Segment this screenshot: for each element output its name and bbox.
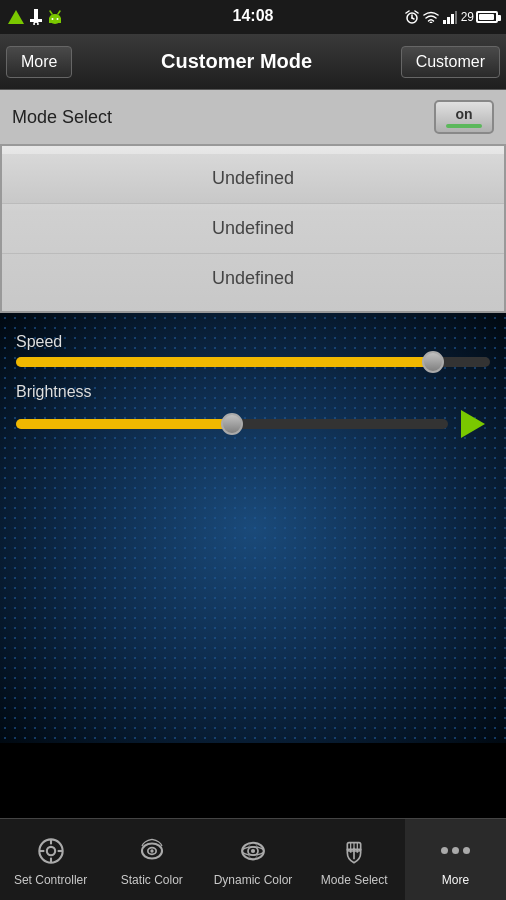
battery-section: 29 — [461, 10, 498, 24]
battery-level: 29 — [461, 10, 474, 24]
sliders-section: Speed Brightness — [0, 313, 506, 441]
svg-point-15 — [429, 22, 432, 24]
alarm-icon — [405, 10, 419, 24]
svg-point-3 — [34, 22, 38, 25]
customer-button[interactable]: Customer — [401, 46, 500, 78]
svg-rect-18 — [451, 14, 454, 24]
brightness-slider-fill — [16, 419, 232, 429]
status-bar: 14:08 29 — [0, 0, 506, 34]
page-title: Customer Mode — [72, 50, 400, 73]
mode-select-label: Mode Select — [12, 107, 112, 128]
nav-label-mode-select: Mode Select — [321, 873, 388, 887]
nav-label-more: More — [442, 873, 469, 887]
bottom-nav-bar: Set Controller Static Color Dynamic Colo… — [0, 818, 506, 900]
brightness-slider-track[interactable] — [16, 419, 448, 429]
svg-rect-5 — [49, 18, 61, 23]
svg-rect-19 — [455, 11, 457, 24]
nav-item-dynamic-color[interactable]: Dynamic Color — [202, 819, 303, 900]
set-controller-icon — [33, 833, 69, 869]
svg-rect-17 — [447, 17, 450, 24]
svg-line-13 — [406, 11, 409, 13]
more-dots-icon — [437, 833, 473, 869]
mode-select-icon — [336, 833, 372, 869]
dropdown-list: Undefined Undefined Undefined — [0, 144, 506, 313]
speed-slider-row — [16, 357, 490, 367]
speed-slider-thumb[interactable] — [422, 351, 444, 373]
svg-rect-16 — [443, 20, 446, 24]
wifi-icon — [423, 11, 439, 23]
nav-item-set-controller[interactable]: Set Controller — [0, 819, 101, 900]
main-content-area: Speed Brightness — [0, 313, 506, 743]
dot2 — [452, 847, 459, 854]
android-icon — [48, 9, 62, 25]
toggle-indicator — [446, 124, 482, 128]
svg-line-12 — [412, 18, 414, 19]
speed-slider-section: Speed — [16, 333, 490, 367]
nav-item-more[interactable]: More — [405, 819, 506, 900]
svg-point-31 — [251, 848, 255, 852]
play-button[interactable] — [456, 407, 490, 441]
nav-item-mode-select[interactable]: Mode Select — [304, 819, 405, 900]
battery-icon — [476, 11, 498, 23]
svg-point-21 — [46, 846, 54, 854]
dropdown-item[interactable]: Undefined — [2, 204, 504, 254]
nav-item-static-color[interactable]: Static Color — [101, 819, 202, 900]
dropdown-item[interactable]: Undefined — [2, 254, 504, 303]
toggle-label: on — [455, 106, 472, 122]
speed-slider-track[interactable] — [16, 357, 490, 367]
top-nav-bar: More Customer Mode Customer — [0, 34, 506, 90]
toggle-button[interactable]: on — [434, 100, 494, 134]
nav-label-dynamic-color: Dynamic Color — [214, 873, 293, 887]
mode-select-header: Mode Select on — [0, 90, 506, 144]
play-triangle-icon — [461, 410, 485, 438]
brightness-label: Brightness — [16, 383, 490, 401]
brightness-slider-row — [16, 407, 490, 441]
status-left-icons — [8, 9, 62, 25]
nav-label-static-color: Static Color — [121, 873, 183, 887]
svg-rect-1 — [34, 9, 38, 19]
status-time: 14:08 — [233, 7, 274, 25]
dot1 — [441, 847, 448, 854]
speed-slider-fill — [16, 357, 433, 367]
dynamic-color-icon — [235, 833, 271, 869]
svg-point-28 — [150, 849, 153, 852]
usb-icon — [30, 9, 42, 25]
speed-label: Speed — [16, 333, 490, 351]
svg-line-14 — [415, 11, 418, 13]
signal-icon — [8, 10, 24, 24]
nav-label-set-controller: Set Controller — [14, 873, 87, 887]
svg-point-7 — [57, 18, 59, 20]
svg-line-9 — [58, 11, 60, 14]
svg-line-8 — [50, 11, 52, 14]
dot3 — [463, 847, 470, 854]
static-color-icon — [134, 833, 170, 869]
brightness-slider-section: Brightness — [16, 383, 490, 441]
signal-bars-icon — [443, 10, 457, 24]
dropdown-item[interactable]: Undefined — [2, 154, 504, 204]
more-button-top[interactable]: More — [6, 46, 72, 78]
status-right-icons: 29 — [405, 10, 498, 24]
brightness-slider-thumb[interactable] — [221, 413, 243, 435]
svg-point-6 — [52, 18, 54, 20]
svg-marker-0 — [8, 10, 24, 24]
